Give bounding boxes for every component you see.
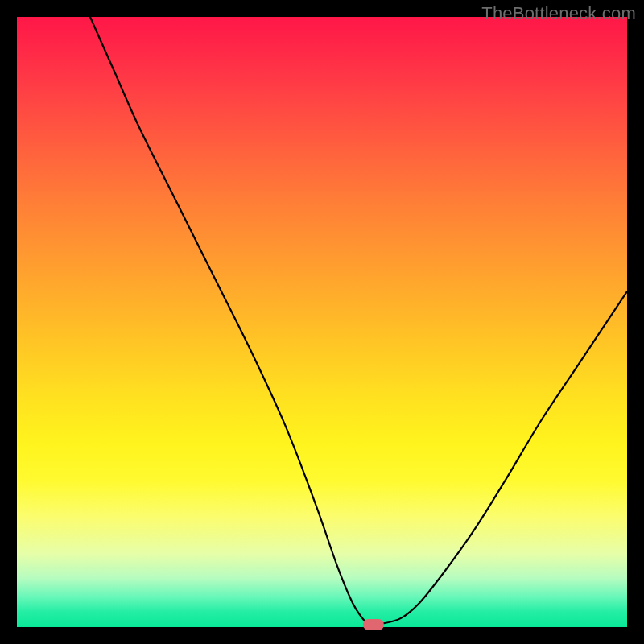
minimum-marker: [363, 619, 384, 630]
plot-area: [17, 17, 627, 627]
chart-frame: TheBottleneck.com: [0, 0, 644, 644]
watermark-text: TheBottleneck.com: [481, 3, 636, 24]
bottleneck-curve-path: [90, 17, 627, 624]
curve-svg: [17, 17, 627, 627]
